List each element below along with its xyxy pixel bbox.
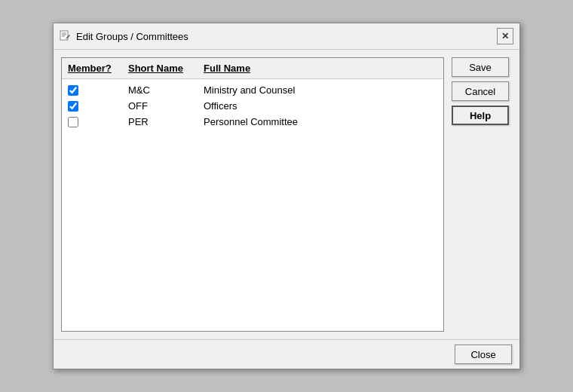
member-checkbox-cell xyxy=(68,85,128,96)
member-checkbox-3[interactable] xyxy=(68,117,78,127)
title-close-button[interactable]: ✕ xyxy=(497,28,513,44)
table-row: PERPersonnel Committee xyxy=(62,114,443,130)
save-button[interactable]: Save xyxy=(452,57,509,77)
dialog-body: Member? Short Name Full Name M&CMinistry… xyxy=(54,50,519,339)
short-name-cell: OFF xyxy=(128,100,204,112)
close-button[interactable]: Close xyxy=(455,345,512,364)
table-header: Member? Short Name Full Name xyxy=(62,58,443,79)
full-name-cell: Personnel Committee xyxy=(204,116,437,127)
member-checkbox-cell xyxy=(68,101,128,112)
title-bar: Edit Groups / Committees ✕ xyxy=(54,23,519,50)
table-row: OFFOfficers xyxy=(62,98,443,114)
edit-groups-dialog: Edit Groups / Committees ✕ Member? Short… xyxy=(53,23,520,369)
dialog-footer: Close xyxy=(54,339,519,369)
member-checkbox-2[interactable] xyxy=(68,101,78,112)
member-checkbox-cell xyxy=(68,117,128,127)
side-panel: Save Cancel Help xyxy=(452,57,512,332)
column-header-short-name: Short Name xyxy=(128,63,204,74)
full-name-cell: Ministry and Counsel xyxy=(204,84,437,96)
full-name-cell: Officers xyxy=(204,100,437,112)
title-bar-left: Edit Groups / Committees xyxy=(60,30,188,42)
dialog-icon xyxy=(60,30,72,42)
help-button[interactable]: Help xyxy=(452,106,509,125)
table-rows: M&CMinistry and CounselOFFOfficersPERPer… xyxy=(62,79,443,133)
short-name-cell: PER xyxy=(128,116,204,127)
groups-table-panel: Member? Short Name Full Name M&CMinistry… xyxy=(61,57,444,332)
column-header-member: Member? xyxy=(68,63,128,74)
side-spacer xyxy=(452,130,512,332)
table-row: M&CMinistry and Counsel xyxy=(62,82,443,98)
dialog-title: Edit Groups / Committees xyxy=(76,31,188,42)
cancel-button[interactable]: Cancel xyxy=(452,81,509,101)
short-name-cell: M&C xyxy=(128,84,204,96)
column-header-full-name: Full Name xyxy=(204,63,437,74)
member-checkbox-1[interactable] xyxy=(68,85,78,96)
